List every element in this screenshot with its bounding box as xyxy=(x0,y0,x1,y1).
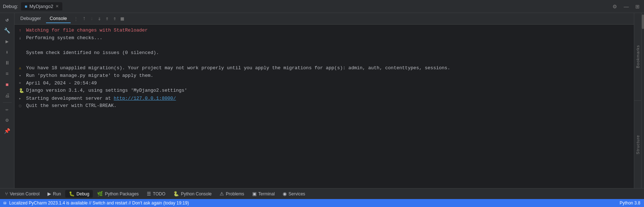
log-icon-8: » xyxy=(19,80,25,86)
grid-icon[interactable]: ▦ xyxy=(119,15,125,23)
tab-todo-label: TODO xyxy=(153,191,165,196)
scrollbar-track[interactable] xyxy=(641,13,644,188)
tab-python-console-label: Python Console xyxy=(181,191,212,196)
debug-tab-close[interactable]: ✕ xyxy=(55,4,59,9)
log-line-3 xyxy=(19,42,631,50)
log-text-5 xyxy=(26,57,631,65)
sidebar-print-icon[interactable]: 🖨 xyxy=(1,91,13,101)
log-text-2: Performing system checks... xyxy=(26,34,631,42)
status-bar-python-version: Python 3.8 xyxy=(620,200,640,206)
log-line-2: ↓ Performing system checks... xyxy=(19,34,631,42)
log-icon-down-2: ↓ xyxy=(19,34,25,42)
sidebar-icons: ↺ 🔧 ▶ ⬇ ⏸ ≡ ■ 🖨 ✏ ⚙ 📌 xyxy=(0,13,14,188)
log-icon-warn-6: ⚠ xyxy=(19,65,25,72)
tab-debug[interactable]: 🐛 Debug xyxy=(65,190,93,198)
tab-debugger[interactable]: Debugger xyxy=(17,14,45,23)
minimize-icon[interactable]: — xyxy=(622,3,630,10)
sidebar-list-icon[interactable]: ≡ xyxy=(1,69,13,79)
sidebar-settings2-icon[interactable]: ⚙ xyxy=(1,115,13,125)
tab-run[interactable]: ▶ Run xyxy=(44,190,65,198)
scroll-down-icon[interactable]: ↓ xyxy=(89,15,95,22)
log-line-1: ↑ Watching for file changes with StatRel… xyxy=(19,27,631,34)
scroll-up-icon[interactable]: ↑ xyxy=(81,15,87,22)
todo-icon: ☰ xyxy=(147,191,151,196)
log-text-9: Django version 3.1.4, using settings 'My… xyxy=(26,87,631,95)
run-icon: ▶ xyxy=(47,191,51,196)
sidebar-edit-icon[interactable]: ✏ xyxy=(1,104,13,114)
settings-icon[interactable]: ⚙ xyxy=(611,3,619,10)
sidebar-stepover-icon[interactable]: ⬇ xyxy=(1,47,13,57)
log-icon-blank-3 xyxy=(19,42,25,49)
tab-console[interactable]: Console xyxy=(46,14,71,23)
debug-bar: Debug: ■ MyDjango2 ✕ ⚙ — ⊞ xyxy=(0,0,644,13)
console-output[interactable]: ↑ Watching for file changes with StatRel… xyxy=(14,25,634,188)
tab-python-packages[interactable]: 🌿 Python Packages xyxy=(94,190,142,198)
tab-debug-label: Debug xyxy=(76,191,89,196)
scroll-top-icon[interactable]: ⇑ xyxy=(104,15,110,23)
sidebar-pin-icon[interactable]: 📌 xyxy=(1,126,13,136)
debug-tab-label: MyDjango2 xyxy=(29,4,53,9)
log-text-10: Starting development server at http://12… xyxy=(26,95,631,103)
server-url-link[interactable]: http://127.0.0.1:8000/ xyxy=(114,96,176,101)
sidebar-stop-icon[interactable]: ■ xyxy=(1,80,13,90)
debug-icon: 🐛 xyxy=(69,191,75,196)
structure-label: Structure xyxy=(636,135,640,154)
tab-version-control-label: Version Control xyxy=(10,191,40,196)
sidebar-wrench-icon[interactable]: 🔧 xyxy=(1,25,13,36)
sidebar-pause-icon[interactable]: ⏸ xyxy=(1,58,13,68)
log-line-4: System check identified no issues (0 sil… xyxy=(19,49,631,57)
log-line-9: 🐍 Django version 3.1.4, using settings '… xyxy=(19,87,631,95)
tab-version-control[interactable]: ⑂ Version Control xyxy=(1,190,43,198)
debug-label: Debug: xyxy=(3,4,18,9)
status-bar: ⊟ Localized PyCharm 2023.1.4 is availabl… xyxy=(0,199,644,207)
toolbar-separator: ⋮ xyxy=(74,16,78,22)
sidebar-divider-1 xyxy=(3,102,12,103)
tab-todo[interactable]: ☰ TODO xyxy=(143,190,169,198)
python-packages-icon: 🌿 xyxy=(97,191,103,196)
tab-python-packages-label: Python Packages xyxy=(105,191,138,196)
log-line-8: » April 04, 2024 - 20:54:49 xyxy=(19,80,631,87)
tab-python-console[interactable]: 🐍 Python Console xyxy=(170,190,215,198)
debug-bar-actions: ⚙ — ⊞ xyxy=(611,3,641,10)
sidebar-rerun-icon[interactable]: ↺ xyxy=(1,15,13,25)
bookmarks-panel: Bookmarks xyxy=(634,13,641,101)
log-line-6: ⚠ You have 18 unapplied migration(s). Yo… xyxy=(19,65,631,72)
console-toolbar: Debugger Console ⋮ ↑ ↓ ⇓ ⇑ ⇑ ▦ xyxy=(14,13,634,25)
debug-tab-icon: ■ xyxy=(25,4,27,9)
log-text-8: April 04, 2024 - 20:54:49 xyxy=(26,80,631,87)
log-text-7: Run 'python manage.py migrate' to apply … xyxy=(26,72,631,80)
log-line-10: ▸ Starting development server at http://… xyxy=(19,95,631,103)
version-control-icon: ⑂ xyxy=(5,191,8,196)
log-icon-blank-5 xyxy=(19,57,25,64)
filter-icon[interactable]: ⇑ xyxy=(112,15,118,23)
structure-panel: Structure xyxy=(634,101,641,188)
log-text-6: You have 18 unapplied migration(s). Your… xyxy=(26,65,631,72)
log-icon-clock-11: ◌ xyxy=(19,102,25,109)
log-line-5 xyxy=(19,57,631,65)
tab-terminal[interactable]: ▣ Terminal xyxy=(249,190,278,198)
status-tabs-bar: ⑂ Version Control ▶ Run 🐛 Debug 🌿 Python… xyxy=(0,188,644,199)
problems-icon: ⚠ xyxy=(220,191,224,196)
tab-problems-label: Problems xyxy=(226,191,244,196)
tab-run-label: Run xyxy=(53,191,61,196)
status-bar-expand-icon[interactable]: ⊟ xyxy=(4,200,6,206)
tab-terminal-label: Terminal xyxy=(258,191,275,196)
terminal-icon: ▣ xyxy=(252,191,257,196)
services-icon: ◉ xyxy=(283,191,287,196)
tab-problems[interactable]: ⚠ Problems xyxy=(216,190,248,198)
sidebar-resume-icon[interactable]: ▶ xyxy=(1,36,13,46)
scroll-bottom-icon[interactable]: ⇓ xyxy=(96,15,103,23)
log-icon-blank-4 xyxy=(19,49,25,57)
main-area: ↺ 🔧 ▶ ⬇ ⏸ ≡ ■ 🖨 ✏ ⚙ 📌 Debugger Console ⋮… xyxy=(0,13,644,188)
bookmarks-label: Bookmarks xyxy=(636,45,640,68)
tab-services[interactable]: ◉ Services xyxy=(279,190,309,198)
log-icon-up-1: ↑ xyxy=(19,27,25,34)
debug-tab[interactable]: ■ MyDjango2 ✕ xyxy=(21,2,62,11)
scrollbar-thumb[interactable] xyxy=(642,15,644,29)
log-icon-10: ▸ xyxy=(19,95,25,102)
layout-icon[interactable]: ⊞ xyxy=(634,3,641,10)
status-bar-message: Localized PyCharm 2023.1.4 is available … xyxy=(9,200,189,206)
log-text-11: Quit the server with CTRL-BREAK. xyxy=(26,102,631,110)
log-text-1: Watching for file changes with StatReloa… xyxy=(26,27,631,34)
console-area: Debugger Console ⋮ ↑ ↓ ⇓ ⇑ ⇑ ▦ ↑ Watchin… xyxy=(14,13,634,188)
